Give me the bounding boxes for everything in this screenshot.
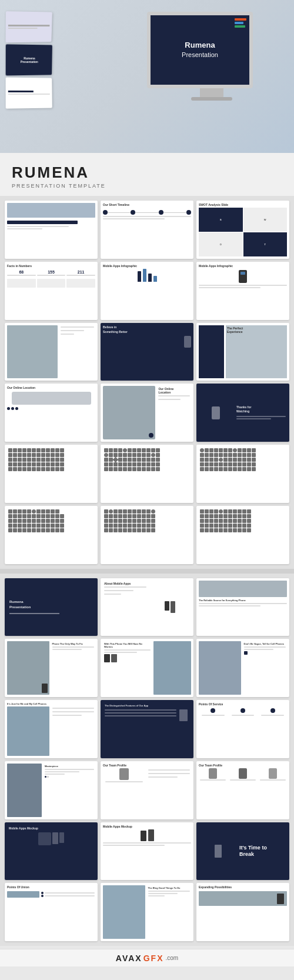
slide-thumb-5: Mobile Apps Infographic [101,262,193,320]
slide-thumb-22: Phone The Only Way To Fix [5,639,98,697]
slide-thumb-8: Believe in Something Better [101,323,193,381]
slide-thumb-21: The Reliable Source for Everything Phone [196,578,289,636]
monitor-mockup: Rumena Presentation [147,12,276,118]
slide-thumb-20: About Mobile Apps [101,578,193,636]
brand-section: RUMENA PRESENTATION TEMPLATE [0,153,294,196]
section-divider [0,569,294,574]
hero-mini-1 [6,11,52,42]
slide-thumb-17 [101,506,193,564]
slide-thumb-3: SWOT Analysis Slide S W O T [196,201,289,259]
monitor-text: Rumena Presentation [182,40,218,60]
slide-thumb-16 [5,506,98,564]
slide-thumb-36: Expanding Possibilities [196,883,289,941]
slide-thumb-31: Mobile Apps Mockup [5,822,98,881]
slide-thumb-1 [5,201,98,259]
slides-grid: Our Short Timeline SWOT Analysis Slide S… [0,196,294,569]
slides-grid-2: RumenaPresentation About Mobile Apps [0,574,294,946]
monitor-stand [200,88,223,97]
slide-thumb-12: Thanks forWatching [196,384,289,442]
slide-thumb-6: Mobile Apps Infographic [196,262,289,320]
slide-thumb-14 [101,445,193,503]
break-title: It's Time toBreak [239,845,284,858]
watermark-com: .com [165,955,178,961]
slide-thumb-34: Points Of Union [5,883,98,941]
slide-thumb-18 [196,506,289,564]
slide-thumb-4: Facts in Numbers 68 155 211 [5,262,98,320]
hero-slide-previews: RumenaPresentation [6,12,53,108]
slide-thumb-9: The PerfectExperience [196,323,289,381]
slide-thumb-10: Our Online Location [5,384,98,442]
slide-thumb-25: It's Just for Me and My Cell Phones [5,700,98,758]
slide-thumb-29: Our Team Profile [101,761,193,819]
slide-thumb-2: Our Short Timeline [101,201,193,259]
slide-thumb-30: Our Team Profile [196,761,289,819]
brand-title: RUMENA [12,164,282,182]
slide-thumb-7 [5,323,98,381]
hero-mini-3 [6,77,52,108]
slide-thumb-19: RumenaPresentation [5,578,98,636]
monitor-screen: Rumena Presentation [147,12,253,88]
slide-thumb-11: Our OnlineLocation [101,384,193,442]
watermark-avax: AVAX [116,954,142,963]
monitor-base [191,97,232,101]
slide-thumb-13 [5,445,98,503]
hero-mini-2: RumenaPresentation [6,44,52,75]
slide-thumb-33: It's Time toBreak [196,822,289,881]
slide-thumb-28: Masterpiece [5,761,98,819]
slide-thumb-26: The Distinguished Features of Our App [101,700,193,758]
slide-thumb-27: Points Of Service [196,700,289,758]
hero-section: RumenaPresentation Rumena Presentation [0,0,294,153]
slide-thumb-24: Don't Be Vague, Tell for Cell Phones [196,639,289,697]
slide-thumb-23: With This Phone You Will Have No Worries [101,639,193,697]
slide-thumb-35: The Blog Good Things To Do [101,883,193,941]
slide-thumb-32: Mobile Apps Mockup [101,822,193,881]
slide-thumb-15 [196,445,289,503]
brand-subtitle: PRESENTATION TEMPLATE [12,183,282,189]
watermark-gfx: GFX [143,954,164,963]
